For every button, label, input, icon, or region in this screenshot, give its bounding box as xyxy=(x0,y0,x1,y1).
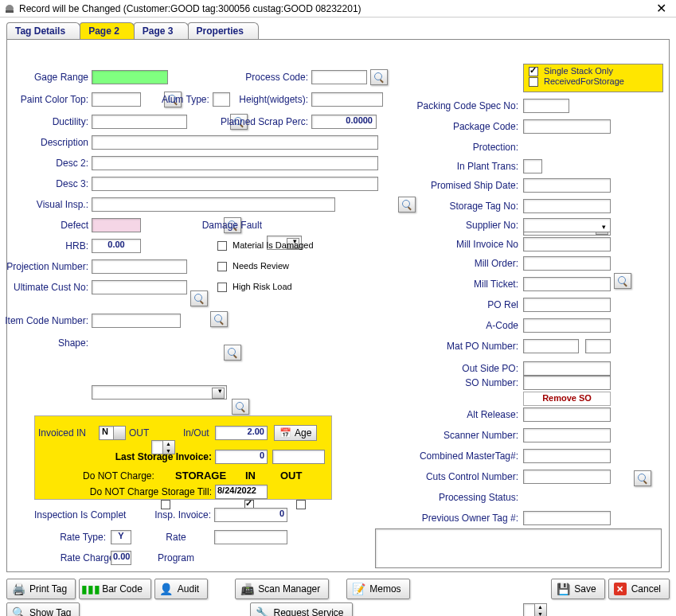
shape-search-icon[interactable] xyxy=(232,399,249,415)
in-plant-input[interactable] xyxy=(523,159,542,173)
bar-code-button[interactable]: ▮▮▮ Bar Code xyxy=(79,579,151,599)
processing-status-spinner[interactable]: ▲▼ xyxy=(523,603,547,616)
out-chk-label: OUT xyxy=(280,470,302,481)
insp-invoice-input[interactable]: 0 xyxy=(214,508,287,522)
single-stack-row[interactable]: Single Stack Only xyxy=(529,66,658,76)
projection-number-label: Projection Number: xyxy=(0,261,88,272)
rate-type-input[interactable]: Y xyxy=(111,530,131,544)
age-button[interactable]: 📅 Age xyxy=(274,425,317,441)
promised-ship-input[interactable] xyxy=(523,178,611,193)
storage-till-input[interactable]: 8/24/2022 xyxy=(215,485,268,499)
notes-area[interactable] xyxy=(375,528,662,568)
process-code-input[interactable] xyxy=(311,70,367,84)
promised-ship-search-icon[interactable] xyxy=(614,273,631,289)
high-risk-row[interactable]: High Risk Load xyxy=(217,282,292,292)
single-stack-checkbox[interactable] xyxy=(529,67,538,76)
outside-po-input[interactable] xyxy=(523,361,611,376)
alt-release-input[interactable] xyxy=(523,407,611,422)
po-rel-input[interactable] xyxy=(523,298,611,312)
needs-review-checkbox[interactable] xyxy=(217,262,227,271)
high-risk-label: High Risk Load xyxy=(232,282,292,291)
do-not-charge-label: Do NOT Charge: xyxy=(83,470,154,481)
prev-owner-label: Previous Owner Tag #: xyxy=(394,513,518,524)
shape-select[interactable] xyxy=(92,385,227,400)
planned-scrap-input[interactable]: 0.0000 xyxy=(311,115,377,129)
material-damaged-row[interactable]: Material Is Damaged xyxy=(217,240,314,251)
received-storage-checkbox[interactable] xyxy=(529,77,538,87)
needs-review-row[interactable]: Needs Review xyxy=(217,261,289,271)
visual-insp-input[interactable] xyxy=(92,197,335,212)
show-tag-button[interactable]: 🔍 Show Tag xyxy=(6,602,80,616)
last-storage-input[interactable]: 0 xyxy=(215,450,268,464)
item-code-input[interactable] xyxy=(92,314,181,328)
ultimate-cust-search-icon[interactable] xyxy=(210,311,228,327)
alum-type-label: Alum Type: xyxy=(162,94,209,105)
tab-tag-details[interactable]: Tag Details xyxy=(6,22,80,39)
a-code-input[interactable] xyxy=(523,318,611,333)
cancel-button[interactable]: ✕ Cancel xyxy=(608,579,670,599)
mill-order-input[interactable] xyxy=(523,256,611,271)
desc3-input[interactable] xyxy=(92,177,378,191)
remove-so-button[interactable]: Remove SO xyxy=(523,392,611,406)
rate-input[interactable] xyxy=(214,530,287,544)
tab-properties[interactable]: Properties xyxy=(188,22,259,39)
mat-po-input-2[interactable] xyxy=(585,339,611,353)
tab-page-2[interactable]: Page 2 xyxy=(80,22,135,39)
tab-page-3[interactable]: Page 3 xyxy=(134,22,189,39)
memos-button[interactable]: 📝 Memos xyxy=(346,579,409,599)
defect-input[interactable] xyxy=(92,218,141,232)
so-number-input[interactable] xyxy=(523,376,611,390)
combined-master-input[interactable] xyxy=(523,449,611,463)
height-widgets-input[interactable] xyxy=(311,92,383,107)
app-icon xyxy=(3,2,16,15)
audit-label: Audit xyxy=(178,583,199,595)
alum-type-input[interactable] xyxy=(213,92,230,107)
po-rel-label: PO Rel xyxy=(394,299,518,310)
description-input[interactable] xyxy=(92,135,378,150)
desc2-input[interactable] xyxy=(92,156,378,170)
damage-fault-label: Damage Fault xyxy=(166,220,262,231)
so-number-search-icon[interactable] xyxy=(634,470,651,486)
projection-number-input[interactable] xyxy=(92,259,187,274)
audit-button[interactable]: 👤 Audit xyxy=(154,579,208,599)
scan-manager-button[interactable]: 📠 Scan Manager xyxy=(235,579,329,599)
outside-po-label: Out Side PO: xyxy=(394,363,518,374)
hrb-input[interactable]: 0.00 xyxy=(92,239,141,253)
request-service-button[interactable]: 🔧 Request Service xyxy=(250,602,352,616)
item-code-search-icon[interactable] xyxy=(224,345,241,361)
material-damaged-checkbox[interactable] xyxy=(217,241,227,251)
process-code-search-icon[interactable] xyxy=(370,69,388,85)
rate-charge-input[interactable]: 0.00 xyxy=(111,551,131,565)
projection-search-icon[interactable] xyxy=(190,290,208,306)
storage-tag-input[interactable] xyxy=(523,199,611,213)
received-storage-row[interactable]: ReceivedForStorage xyxy=(529,76,658,87)
in-checkbox[interactable] xyxy=(296,500,306,509)
package-code-input[interactable] xyxy=(523,119,611,134)
last-storage-input-2[interactable] xyxy=(272,450,325,464)
combined-master-label: Combined MasterTag#: xyxy=(394,450,518,462)
in-out-label: In/Out xyxy=(183,427,209,439)
prev-owner-input[interactable] xyxy=(523,511,611,525)
in-out-input[interactable]: 2.00 xyxy=(215,426,268,440)
save-button[interactable]: 💾 Save xyxy=(551,579,604,599)
invoiced-in-spinner[interactable]: N xyxy=(99,426,126,440)
mill-ticket-input[interactable] xyxy=(523,277,611,291)
mill-invoice-label: Mill Invoice No xyxy=(394,239,518,250)
ductility-input[interactable] xyxy=(92,115,187,129)
scanner-icon: 📠 xyxy=(240,583,253,595)
storage-label: STORAGE xyxy=(175,470,226,481)
print-tag-button[interactable]: 🖨️ Print Tag xyxy=(6,579,76,599)
cuts-control-input[interactable] xyxy=(523,470,611,484)
close-button[interactable]: ✕ xyxy=(650,1,673,16)
memos-label: Memos xyxy=(369,583,401,595)
mill-invoice-input[interactable] xyxy=(523,237,611,251)
gage-range-input[interactable] xyxy=(92,70,168,84)
high-risk-checkbox[interactable] xyxy=(217,283,227,292)
ultimate-cust-input[interactable] xyxy=(92,280,187,294)
packing-code-input[interactable] xyxy=(523,99,569,113)
supplier-no-input[interactable] xyxy=(523,218,611,232)
mat-po-input[interactable] xyxy=(523,339,579,353)
do-not-charge-checkbox[interactable] xyxy=(161,500,170,509)
paint-color-top-input[interactable] xyxy=(92,92,141,107)
scanner-number-input[interactable] xyxy=(523,428,611,443)
